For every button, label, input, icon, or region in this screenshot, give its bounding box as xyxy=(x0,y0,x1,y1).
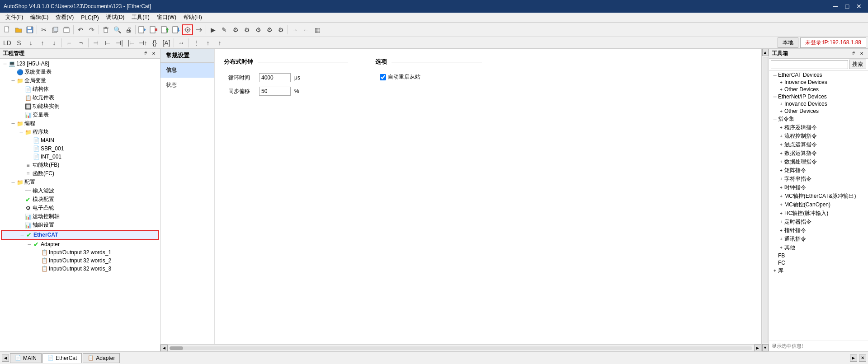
minimize-button[interactable]: ─ xyxy=(830,2,841,11)
tb-paste[interactable] xyxy=(61,24,72,35)
toolbox-inovance-devices-1[interactable]: + Inovance Devices xyxy=(770,79,867,86)
expand-inovance-1-icon[interactable]: + xyxy=(778,80,784,85)
expand-timer-icon[interactable]: + xyxy=(778,219,784,224)
tree-item-globalvar[interactable]: ─ 📁 全局变量 xyxy=(1,76,159,85)
tb-delete[interactable] xyxy=(100,24,111,35)
tb-open[interactable] xyxy=(13,24,24,35)
scroll-left-btn[interactable]: ◄ xyxy=(160,345,168,352)
tree-expand-progblock[interactable]: ─ xyxy=(18,129,24,135)
menu-debug[interactable]: 调试(D) xyxy=(103,13,128,22)
tb-redo[interactable]: ↷ xyxy=(86,24,97,35)
tb2-btn5[interactable]: ↓ xyxy=(49,37,60,48)
tree-item-motionctrl[interactable]: 📊 运动控制轴 xyxy=(1,212,159,221)
tb2-btn9[interactable]: ⊢ xyxy=(102,37,113,48)
tab-adapter[interactable]: 📋 Adapter xyxy=(83,353,120,363)
auto-restart-checkbox[interactable] xyxy=(380,74,386,80)
tb-action6[interactable]: ⚙ xyxy=(264,24,275,35)
tree-item-struct[interactable]: 📄 结构体 xyxy=(1,85,159,93)
toolbox-comm[interactable]: + 通讯指令 xyxy=(770,235,867,243)
tree-item-eleccam[interactable]: ⚙ 电子凸轮 xyxy=(1,204,159,212)
tree-item-progblock[interactable]: ─ 📁 程序块 xyxy=(1,128,159,136)
menu-edit[interactable]: 编辑(E) xyxy=(27,13,52,22)
tree-item-axisgroup[interactable]: 📊 轴组设置 xyxy=(1,221,159,229)
tree-item-fbinst[interactable]: 🔲 功能块实例 xyxy=(1,102,159,111)
toolbox-library[interactable]: + 库 xyxy=(770,266,867,275)
tree-item-config[interactable]: ─ 📁 配置 xyxy=(1,178,159,187)
scroll-thumb[interactable] xyxy=(170,346,183,350)
scroll-up-btn[interactable]: ▲ xyxy=(762,49,769,56)
tb-copy[interactable] xyxy=(50,24,61,35)
tree-expand-adapter[interactable]: ─ xyxy=(26,241,33,247)
tb2-btn8[interactable]: ⊣ xyxy=(90,37,101,48)
tree-item-fbfb[interactable]: ≡ 功能块(FB) xyxy=(1,161,159,169)
menu-plc[interactable]: PLC(P) xyxy=(77,14,102,22)
tb2-btn2[interactable]: S xyxy=(14,37,24,48)
tree-item-int001[interactable]: 📄 INT_001 xyxy=(1,153,159,161)
tb-print[interactable]: 🖨 xyxy=(123,24,134,35)
toolbox-flow-ctrl[interactable]: + 流程控制指令 xyxy=(770,132,867,140)
toolbox-clock[interactable]: + 时钟指令 xyxy=(770,183,867,192)
local-network-btn[interactable]: 本地 xyxy=(778,37,798,48)
scroll-right-btn[interactable]: ► xyxy=(754,345,761,352)
tb-action5[interactable]: ⚙ xyxy=(253,24,264,35)
tree-item-sysvar[interactable]: 🔵 系统变量表 xyxy=(1,68,159,76)
scroll-track[interactable] xyxy=(170,346,752,350)
expand-others-icon[interactable]: + xyxy=(778,245,784,250)
tb-run[interactable]: ▶ xyxy=(208,24,218,35)
tree-item-sbr001[interactable]: 📄 SBR_001 xyxy=(1,145,159,153)
tree-item-io1[interactable]: 📋 Input/Outnput 32 words_1 xyxy=(1,248,159,257)
expand-string-icon[interactable]: + xyxy=(778,177,784,182)
tb-compile1[interactable] xyxy=(137,24,148,35)
menu-help[interactable]: 帮助(H) xyxy=(180,13,206,22)
tb-cut[interactable]: ✂ xyxy=(38,24,49,35)
toolbox-data-proc[interactable]: + 数据处理指令 xyxy=(770,158,867,166)
tb2-btn10[interactable]: ⊣| xyxy=(114,37,125,48)
cycle-time-input[interactable] xyxy=(259,73,291,82)
toolbox-tree[interactable]: ─ EtherCAT Devices + Inovance Devices + … xyxy=(769,70,868,341)
toolbox-inovance-devices-2[interactable]: + Inovance Devices xyxy=(770,100,867,107)
tb2-btn3[interactable]: ↓ xyxy=(25,37,36,48)
toolbox-ethernet-devices[interactable]: ─ EtherNet/IP Devices xyxy=(770,93,867,100)
expand-comm-icon[interactable]: + xyxy=(778,237,784,242)
menu-tools[interactable]: 工具(T) xyxy=(128,13,153,22)
tb2-btn14[interactable]: [A] xyxy=(161,37,172,48)
toolbox-string[interactable]: + 字符串指令 xyxy=(770,175,867,183)
toolbox-fb[interactable]: FB xyxy=(770,252,867,259)
expand-instructions-icon[interactable]: ─ xyxy=(772,117,778,121)
expand-flow-ctrl-icon[interactable]: + xyxy=(778,134,784,139)
tree-item-inputfilter[interactable]: 〰 输入滤波 xyxy=(1,187,159,195)
tb-upload[interactable] xyxy=(171,24,182,35)
tb-save[interactable] xyxy=(24,24,35,35)
tree-item-fcfc[interactable]: ≡ 函数(FC) xyxy=(1,169,159,178)
tab-scroll-right[interactable]: ► xyxy=(850,355,857,362)
tb2-btn4[interactable]: ↑ xyxy=(37,37,48,48)
tb-monitor-highlighted[interactable] xyxy=(182,24,193,35)
toolbox-mc-canopen[interactable]: + MC轴控(CanOpen) xyxy=(770,201,867,209)
vscroll-track[interactable] xyxy=(763,57,768,343)
expand-clock-icon[interactable]: + xyxy=(778,185,784,190)
toolbox-close-btn[interactable]: ✕ xyxy=(858,50,865,57)
tb-action4[interactable]: ⚙ xyxy=(241,24,252,35)
tree-item-varlist[interactable]: 📊 变量表 xyxy=(1,111,159,119)
expand-library-icon[interactable]: + xyxy=(772,268,778,273)
tb2-btn6[interactable]: ⌐ xyxy=(64,37,75,48)
project-tree[interactable]: ─ 💻 123 [H5U-A8] 🔵 系统变量表 ─ 📁 全局变量 xyxy=(0,59,160,351)
tb2-btn17[interactable]: ↑ xyxy=(203,37,213,48)
toolbox-pin-btn[interactable]: # xyxy=(850,50,857,57)
toolbox-pointer[interactable]: + 指针指令 xyxy=(770,226,867,235)
toolbox-matrix[interactable]: + 矩阵指令 xyxy=(770,166,867,175)
tb2-btn7[interactable]: ¬ xyxy=(75,37,86,48)
toolbox-fc[interactable]: FC xyxy=(770,259,867,266)
tb-disconnect[interactable]: ← xyxy=(301,24,311,35)
menu-view[interactable]: 查看(V) xyxy=(52,13,77,22)
tb2-btn1[interactable]: LD xyxy=(2,37,13,48)
tree-expand-ethercat[interactable]: ─ xyxy=(19,232,25,238)
tree-expand-config[interactable]: ─ xyxy=(10,179,16,186)
expand-mc-canopen-icon[interactable]: + xyxy=(778,202,784,207)
expand-ethercat-devices-icon[interactable]: ─ xyxy=(772,73,778,78)
toolbox-hc-axis[interactable]: + HC轴控(脉冲输入) xyxy=(770,209,867,218)
tree-item-main[interactable]: 📄 MAIN xyxy=(1,136,159,145)
tb-connect[interactable]: → xyxy=(289,24,300,35)
tree-item-program[interactable]: ─ 📁 编程 xyxy=(1,119,159,128)
close-button[interactable]: ✕ xyxy=(854,2,864,11)
